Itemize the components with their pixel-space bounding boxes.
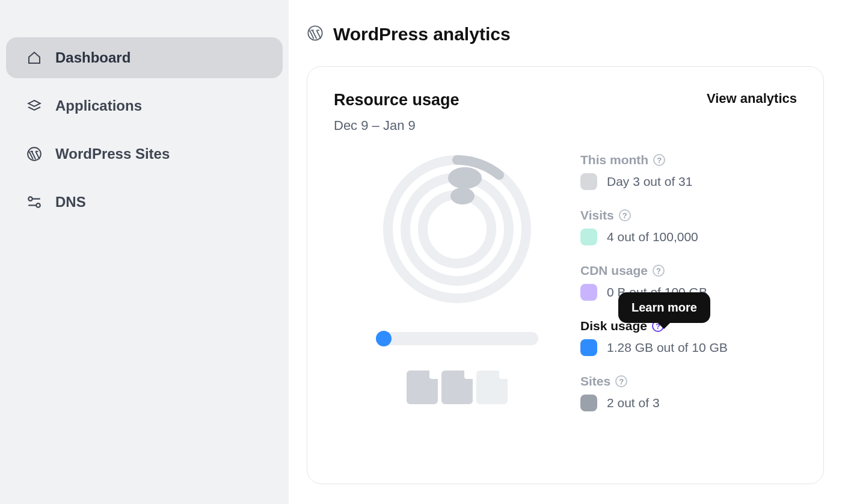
date-range: Dec 9 – Jan 9 [334,118,459,134]
legend-month: This month ? Day 3 out of 31 [580,153,797,190]
svg-point-9 [450,188,475,204]
legend-swatch [580,173,597,190]
home-icon [26,50,42,66]
legend-value-text: 1.28 GB out of 10 GB [607,340,728,355]
sidebar-item-label: DNS [55,194,86,211]
dns-icon [26,194,42,210]
legend-swatch [580,284,597,301]
site-tile [407,370,438,404]
legend-value-text: Day 3 out of 31 [607,174,692,189]
legend-swatch [580,229,597,245]
help-icon[interactable]: ? [653,154,665,166]
visualizations [334,148,580,429]
resource-usage-card: Resource usage Dec 9 – Jan 9 View analyt… [307,66,824,484]
svg-marker-0 [28,100,40,106]
wordpress-icon [26,146,42,162]
tooltip-learn-more[interactable]: Learn more [618,292,710,323]
svg-point-3 [36,203,40,207]
main-content: WordPress analytics Resource usage Dec 9… [289,0,842,504]
legend-label-text: This month [580,153,648,167]
card-header: Resource usage Dec 9 – Jan 9 View analyt… [334,91,797,134]
legend-value-text: 2 out of 3 [607,396,660,410]
sites-tiles [407,370,508,404]
sidebar-item-label: WordPress Sites [55,146,170,162]
svg-point-2 [28,197,32,201]
sidebar-item-wordpress[interactable]: WordPress Sites [6,134,283,174]
sidebar: Dashboard Applications WordPress Sites D… [0,0,289,504]
legend-swatch [580,395,597,411]
legend-swatch [580,339,597,356]
help-icon[interactable]: ? [615,375,627,387]
sidebar-item-label: Applications [55,97,142,114]
card-title: Resource usage [334,91,459,109]
view-analytics-link[interactable]: View analytics [707,91,797,106]
sidebar-item-applications[interactable]: Applications [6,85,283,126]
help-icon[interactable]: ? [619,209,631,221]
legend-disk: Learn more Disk usage ? 1.28 GB out of 1… [580,319,797,356]
disk-usage-bar [376,332,538,345]
svg-point-7 [423,195,491,263]
legend: This month ? Day 3 out of 31 Visits ? [580,148,797,429]
usage-rings [376,148,538,310]
layers-icon [26,98,42,114]
page-title: WordPress analytics [333,24,511,45]
page-header: WordPress analytics [307,24,824,45]
sidebar-item-label: Dashboard [55,49,131,66]
sidebar-item-dns[interactable]: DNS [6,182,283,223]
sidebar-item-dashboard[interactable]: Dashboard [6,37,283,78]
site-tile-empty [476,370,508,404]
disk-usage-thumb [376,331,392,346]
wordpress-icon [307,25,324,44]
legend-label-text: Sites [580,374,610,389]
legend-value-text: 4 out of 100,000 [607,230,698,244]
legend-label-text: CDN usage [580,263,648,278]
help-icon[interactable]: ? [653,265,665,277]
svg-point-8 [448,167,482,189]
legend-visits: Visits ? 4 out of 100,000 [580,208,797,245]
legend-sites: Sites ? 2 out of 3 [580,374,797,411]
site-tile [441,370,473,404]
legend-label-text: Visits [580,208,614,223]
